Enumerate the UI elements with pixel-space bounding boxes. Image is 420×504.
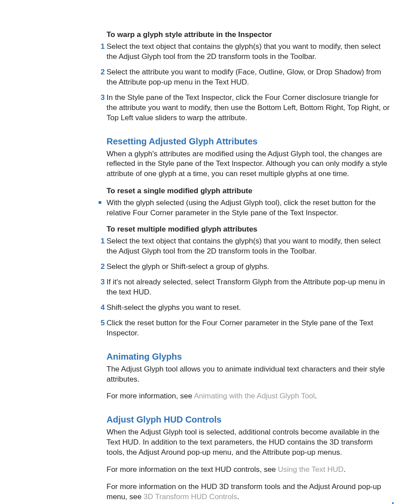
step-number: 2 bbox=[96, 262, 105, 272]
section-heading-resetting: Resetting Adjusted Glyph Attributes bbox=[107, 136, 390, 147]
step-item: 2Select the attribute you want to modify… bbox=[107, 67, 390, 88]
page-container: To warp a glyph style attribute in the I… bbox=[0, 0, 420, 504]
step-number: 2 bbox=[96, 67, 105, 77]
step-item: 1Select the text object that contains th… bbox=[107, 42, 390, 62]
more-info-post: . bbox=[315, 392, 317, 400]
step-text: If it's not already selected, select Tra… bbox=[107, 278, 385, 296]
steps-list: 1Select the text object that contains th… bbox=[107, 236, 390, 338]
more-info-pre: For more information, see bbox=[107, 392, 194, 400]
step-number: 4 bbox=[96, 303, 105, 313]
section-lead: To reset a single modified glyph attribu… bbox=[107, 186, 390, 196]
step-number: 3 bbox=[96, 277, 105, 287]
more-info: For more information on the text HUD con… bbox=[107, 465, 390, 475]
steps-list: 1Select the text object that contains th… bbox=[107, 42, 390, 123]
step-number: 1 bbox=[96, 236, 105, 246]
more-info-pre: For more information on the text HUD con… bbox=[107, 465, 278, 474]
link-animating-adjust-glyph[interactable]: Animating with the Adjust Glyph Tool bbox=[194, 392, 315, 400]
section-intro: The Adjust Glyph tool allows you to anim… bbox=[107, 364, 390, 385]
step-text: Select the attribute you want to modify … bbox=[107, 68, 381, 86]
step-item: 3In the Style pane of the Text Inspector… bbox=[107, 93, 390, 123]
step-text: Select the text object that contains the… bbox=[107, 42, 380, 61]
page-footer: Chapter 13 Creating and Editing Text 843 bbox=[0, 502, 420, 504]
step-text: Click the reset button for the Four Corn… bbox=[107, 319, 373, 337]
section-heading-hud-controls: Adjust Glyph HUD Controls bbox=[107, 414, 390, 426]
more-info-post: . bbox=[343, 465, 346, 474]
footer-line: Chapter 13 Creating and Editing Text 843 bbox=[107, 502, 394, 504]
square-bullet-icon bbox=[99, 201, 101, 204]
section-intro: When a glyph's attributes are modified u… bbox=[107, 149, 390, 180]
step-text: Shift-select the glyphs you want to rese… bbox=[107, 303, 241, 312]
section-intro: When the Adjust Glyph tool is selected, … bbox=[107, 427, 390, 458]
section-heading-animating: Animating Glyphs bbox=[107, 351, 390, 363]
section-lead: To warp a glyph style attribute in the I… bbox=[107, 30, 390, 40]
more-info: For more information, see Animating with… bbox=[107, 391, 390, 401]
bullet-text: With the glyph selected (using the Adjus… bbox=[107, 199, 376, 217]
step-text: In the Style pane of the Text Inspector,… bbox=[107, 93, 390, 122]
more-info: For more information on the HUD 3D trans… bbox=[107, 482, 390, 502]
section-lead: To reset multiple modified glyph attribu… bbox=[107, 224, 390, 235]
more-info-post: . bbox=[237, 493, 239, 501]
link-3d-transform-hud[interactable]: 3D Transform HUD Controls bbox=[144, 493, 237, 501]
step-text: Select the text object that contains the… bbox=[107, 237, 380, 255]
bullet-item: With the glyph selected (using the Adjus… bbox=[107, 198, 390, 218]
link-using-text-hud[interactable]: Using the Text HUD bbox=[278, 465, 343, 474]
step-item: 1Select the text object that contains th… bbox=[107, 236, 390, 257]
step-text: Select the glyph or Shift-select a group… bbox=[107, 262, 269, 271]
step-number: 5 bbox=[96, 318, 105, 328]
step-item: 3If it's not already selected, select Tr… bbox=[107, 277, 390, 298]
page-content: To warp a glyph style attribute in the I… bbox=[107, 30, 390, 502]
step-item: 2Select the glyph or Shift-select a grou… bbox=[107, 262, 390, 272]
step-number: 3 bbox=[96, 93, 105, 103]
step-item: 4Shift-select the glyphs you want to res… bbox=[107, 303, 390, 313]
step-number: 1 bbox=[96, 42, 105, 52]
step-item: 5Click the reset button for the Four Cor… bbox=[107, 318, 390, 338]
